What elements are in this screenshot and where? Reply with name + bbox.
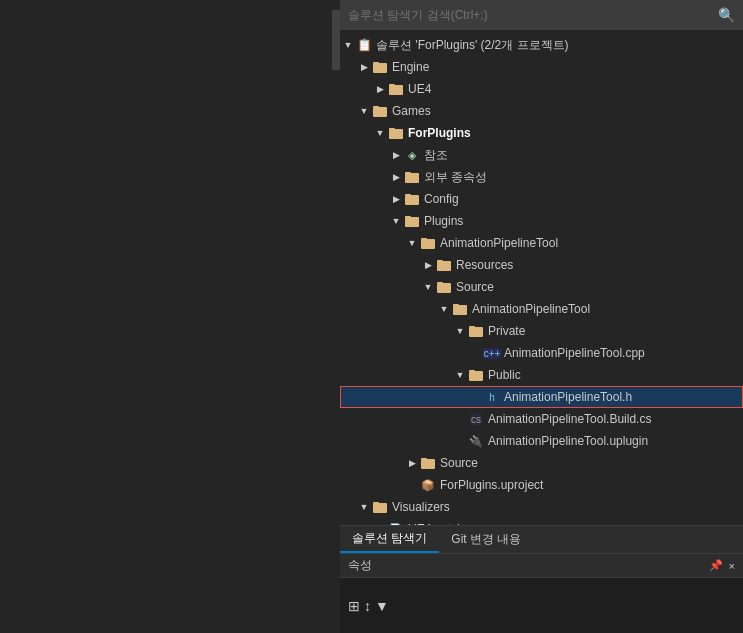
tree-item-private[interactable]: Private	[340, 320, 743, 342]
tree-item-animtool2[interactable]: AnimationPipelineTool	[340, 298, 743, 320]
svg-rect-1	[373, 62, 379, 65]
tree-label-forplugins: ForPlugins	[408, 126, 471, 140]
tree-icon-private	[468, 323, 484, 339]
tree-icon-plugins	[404, 213, 420, 229]
tree-arrow-engine[interactable]	[356, 62, 372, 72]
svg-rect-27	[421, 458, 427, 461]
svg-rect-25	[469, 370, 475, 373]
tree-icon-forpluginsup: 📦	[420, 477, 436, 493]
pin-button[interactable]: 📌	[709, 559, 723, 572]
svg-rect-23	[469, 326, 475, 329]
tree-arrow-animtool[interactable]	[404, 238, 420, 248]
svg-rect-21	[453, 304, 459, 307]
tree-item-public[interactable]: Public	[340, 364, 743, 386]
tree-icon-public	[468, 367, 484, 383]
tree-item-plugins[interactable]: Plugins	[340, 210, 743, 232]
tree-label-ue4: UE4	[408, 82, 431, 96]
close-props-button[interactable]: ×	[729, 560, 735, 572]
tree-item-solution[interactable]: 📋솔루션 'ForPlugins' (2/2개 프로젝트)	[340, 34, 743, 56]
tree-label-source1: Source	[456, 280, 494, 294]
search-icon[interactable]: 🔍	[718, 7, 735, 23]
tree-item-refs[interactable]: ◈참조	[340, 144, 743, 166]
tree-item-source1[interactable]: Source	[340, 276, 743, 298]
tree-item-engine[interactable]: Engine	[340, 56, 743, 78]
tree-arrow-private[interactable]	[452, 326, 468, 336]
svg-rect-11	[405, 194, 411, 197]
tree-arrow-games[interactable]	[356, 106, 372, 116]
search-input[interactable]	[348, 8, 718, 22]
tree-icon-source1	[436, 279, 452, 295]
tree-arrow-visualizers[interactable]	[356, 502, 372, 512]
tree-label-solution: 솔루션 'ForPlugins' (2/2개 프로젝트)	[376, 37, 569, 54]
tree-label-extdeps: 외부 종속성	[424, 169, 487, 186]
tab-solution-explorer[interactable]: 솔루션 탐색기	[340, 526, 439, 553]
tree-label-forpluginsup: ForPlugins.uproject	[440, 478, 543, 492]
tree-icon-ue4	[388, 81, 404, 97]
tree-item-animbuilds[interactable]: csAnimationPipelineTool.Build.cs	[340, 408, 743, 430]
tree-item-config[interactable]: Config	[340, 188, 743, 210]
svg-rect-9	[405, 172, 411, 175]
tree-item-animcpp[interactable]: c++AnimationPipelineTool.cpp	[340, 342, 743, 364]
tree-arrow-plugins[interactable]	[388, 216, 404, 226]
props-toolbar: ⊞ ↕ ▼	[348, 598, 389, 614]
tree-arrow-solution[interactable]	[340, 40, 356, 50]
tree-arrow-extdeps[interactable]	[388, 172, 404, 182]
tree-container: 📋솔루션 'ForPlugins' (2/2개 프로젝트)EngineUE4Ga…	[340, 30, 743, 525]
tree-arrow-source1[interactable]	[420, 282, 436, 292]
solution-explorer-panel: 🔍 📋솔루션 'ForPlugins' (2/2개 프로젝트)EngineUE4…	[340, 0, 743, 633]
tree-arrow-ue4[interactable]	[372, 84, 388, 94]
tree-icon-games	[372, 103, 388, 119]
tree-label-animuplugin: AnimationPipelineTool.uplugin	[488, 434, 648, 448]
tree-icon-config	[404, 191, 420, 207]
tree-item-ue4[interactable]: UE4	[340, 78, 743, 100]
tree-item-forplugins[interactable]: ForPlugins	[340, 122, 743, 144]
tree-icon-animh: h	[484, 389, 500, 405]
tree-label-private: Private	[488, 324, 525, 338]
svg-rect-15	[421, 238, 427, 241]
tree-item-forpluginsup[interactable]: 📦ForPlugins.uproject	[340, 474, 743, 496]
properties-panel: 속성 📌 × ⊞ ↕ ▼	[340, 553, 743, 633]
left-gutter	[0, 0, 340, 633]
tree-label-resources: Resources	[456, 258, 513, 272]
tree-label-games: Games	[392, 104, 431, 118]
tree-item-animuplugin[interactable]: 🔌AnimationPipelineTool.uplugin	[340, 430, 743, 452]
tree-arrow-refs[interactable]	[388, 150, 404, 160]
tree-label-animbuilds: AnimationPipelineTool.Build.cs	[488, 412, 651, 426]
tree-item-animtool[interactable]: AnimationPipelineTool	[340, 232, 743, 254]
props-header: 속성 📌 ×	[340, 554, 743, 578]
tree-item-resources[interactable]: Resources	[340, 254, 743, 276]
tree-item-source2[interactable]: Source	[340, 452, 743, 474]
bottom-tabs: 솔루션 탐색기 Git 변경 내용	[340, 525, 743, 553]
tree-icon-animcpp: c++	[484, 345, 500, 361]
tree-item-visualizers[interactable]: Visualizers	[340, 496, 743, 518]
tree-icon-refs: ◈	[404, 147, 420, 163]
tab-git-changes[interactable]: Git 변경 내용	[439, 526, 533, 553]
tree-icon-animtool2	[452, 301, 468, 317]
svg-rect-3	[389, 84, 395, 87]
tree-arrow-public[interactable]	[452, 370, 468, 380]
tree-arrow-animtool2[interactable]	[436, 304, 452, 314]
tree-icon-engine	[372, 59, 388, 75]
tree-item-ue4natvis[interactable]: 📄UE4.natvis	[340, 518, 743, 525]
tree-icon-resources	[436, 257, 452, 273]
props-title: 속성	[348, 557, 372, 574]
svg-rect-13	[405, 216, 411, 219]
tree-icon-animuplugin: 🔌	[468, 433, 484, 449]
props-grid-icon[interactable]: ⊞	[348, 598, 360, 614]
tree-arrow-config[interactable]	[388, 194, 404, 204]
tree-label-public: Public	[488, 368, 521, 382]
tree-label-animtool: AnimationPipelineTool	[440, 236, 558, 250]
tree-item-animh[interactable]: hAnimationPipelineTool.h	[340, 386, 743, 408]
svg-rect-19	[437, 282, 443, 285]
tree-item-extdeps[interactable]: 외부 종속성	[340, 166, 743, 188]
props-sort-icon[interactable]: ↕	[364, 598, 371, 614]
tree-arrow-resources[interactable]	[420, 260, 436, 270]
tree-label-animtool2: AnimationPipelineTool	[472, 302, 590, 316]
tree-label-refs: 참조	[424, 147, 448, 164]
tree-arrow-source2[interactable]	[404, 458, 420, 468]
tree-icon-visualizers	[372, 499, 388, 515]
tree-arrow-forplugins[interactable]	[372, 128, 388, 138]
tree-label-plugins: Plugins	[424, 214, 463, 228]
props-filter-icon[interactable]: ▼	[375, 598, 389, 614]
tree-item-games[interactable]: Games	[340, 100, 743, 122]
